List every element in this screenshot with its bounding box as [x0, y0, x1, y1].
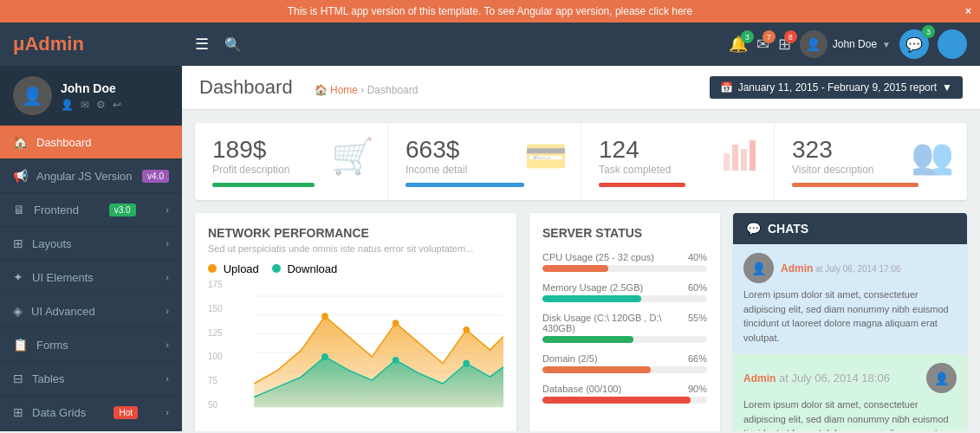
cart-icon: 🛒	[331, 136, 374, 177]
sidebar-item-layouts[interactable]: ⊞ Layouts ›	[0, 227, 182, 261]
user-logout-icon[interactable]: ↩	[113, 99, 121, 111]
svg-rect-3	[750, 140, 756, 171]
sidebar-label-tables: Tables	[32, 372, 65, 385]
user-profile-icon[interactable]: 👤	[61, 99, 74, 111]
stat-bar-visitors	[792, 183, 918, 187]
ui-advanced-icon: ◈	[13, 304, 23, 318]
cpu-bar-fill	[542, 265, 608, 272]
users-icon: 👥	[911, 136, 954, 177]
cpu-label: CPU Usage (25 - 32 cpus) 40%	[542, 252, 707, 262]
stat-bar-income	[406, 183, 524, 187]
chart-legend: Upload Download	[208, 262, 503, 275]
sidebar-item-pages[interactable]: 📄 Pages ›	[0, 430, 182, 431]
main-content: Dashboard 🏠 Home › Dashboard 📅 January 1…	[182, 66, 980, 431]
network-subtitle: Sed ut perspiciatis unde omnis iste natu…	[208, 243, 503, 254]
memory-bar-fill	[542, 295, 641, 302]
date-range-button[interactable]: 📅 January 11, 2015 - February 9, 2015 re…	[710, 76, 963, 99]
chat-text-1: Lorem ipsum dolor sit amet, consectetuer…	[743, 288, 957, 345]
domain-bar-fill	[542, 366, 651, 373]
stats-row: 189$ Profit description 🛒 663$ Income de…	[195, 123, 967, 200]
breadcrumb-home-link[interactable]: Home	[330, 84, 358, 96]
memory-bar-bg	[542, 295, 707, 302]
disk-value: 55%	[688, 313, 707, 333]
sidebar-item-forms[interactable]: 📋 Forms ›	[0, 328, 182, 362]
memory-value: 60%	[688, 282, 707, 293]
datagrids-icon: ⊞	[13, 405, 23, 419]
forms-icon: 📋	[13, 338, 28, 352]
sidebar-item-datagrids[interactable]: ⊞ Data Grids Hot ›	[0, 396, 182, 430]
chat-badge: 3	[922, 25, 935, 38]
sidebar-item-ui-elements[interactable]: ✦ UI Elements ›	[0, 261, 182, 294]
download-peak2-dot	[393, 357, 399, 364]
svg-rect-2	[741, 149, 747, 171]
upload-dot	[208, 264, 217, 273]
sidebar-item-frontend[interactable]: 🖥 Frontend v3.0 ›	[0, 193, 182, 227]
tasks-badge: 8	[784, 30, 797, 43]
disk-label: Disk Usage (C:\ 120GB , D:\ 430GB) 55%	[542, 313, 707, 333]
close-topbar-button[interactable]: ×	[965, 5, 971, 17]
menu-toggle-button[interactable]: ☰	[195, 35, 209, 54]
server-title: SERVER STATUS	[542, 226, 707, 240]
user-menu-button[interactable]: 👤 John Doe ▼	[800, 30, 891, 58]
user-mail-icon[interactable]: ✉	[81, 99, 89, 111]
sidebar-item-dashboard[interactable]: 🏠 Dashboard	[0, 126, 182, 159]
server-item-domain: Domain (2/5) 66%	[542, 353, 707, 373]
bell-badge: 3	[741, 30, 754, 43]
ui-elements-chevron-icon: ›	[165, 272, 169, 282]
sidebar-label-angularjs: Angular JS Version	[36, 170, 133, 183]
server-item-memory: Memory Usage (2.5GB) 60%	[542, 282, 707, 302]
notifications-bell-button[interactable]: 🔔 3	[729, 35, 748, 54]
database-value: 90%	[688, 384, 707, 394]
domain-label: Domain (2/5) 66%	[542, 353, 707, 364]
database-bar-bg	[542, 397, 707, 404]
chat-name-2: Admin at July 06, 2014 18:06	[743, 372, 919, 385]
download-dot	[272, 264, 281, 273]
notifications-tasks-button[interactable]: ⊞ 8	[778, 35, 791, 54]
domain-bar-bg	[542, 366, 707, 373]
date-dropdown-icon: ▼	[942, 81, 952, 94]
chat-msg-header-1: 👤 Admin at July 06, 2014 17:06	[743, 253, 957, 283]
brand-logo: μAdmin	[13, 33, 195, 55]
notifications-mail-button[interactable]: ✉ 7	[756, 35, 769, 54]
top-notification-bar: This is HTML app version of this templat…	[0, 0, 980, 23]
ui-advanced-chevron-icon: ›	[165, 306, 169, 316]
user-profile-button[interactable]	[938, 29, 967, 59]
sidebar-label-ui-advanced: UI Advanced	[31, 305, 95, 318]
dashboard-icon: 🏠	[13, 135, 28, 149]
sidebar-label-ui-elements: UI Elements	[32, 271, 94, 284]
chats-panel: 💬 CHATS 👤 Admin at July 06, 2014 17:06	[733, 213, 967, 431]
chat-message-2: Admin at July 06, 2014 18:06 👤 Lorem ips…	[733, 354, 967, 431]
chart-svg	[208, 280, 503, 427]
header: μAdmin ☰ 🔍 🔔 3 ✉ 7 ⊞ 8 👤 John Doe ▼ 💬 3	[0, 23, 980, 66]
payment-icon: 💳	[524, 136, 568, 177]
sidebar-item-tables[interactable]: ⊟ Tables ›	[0, 362, 182, 396]
header-username: John Doe	[833, 38, 877, 50]
ui-elements-icon: ✦	[13, 270, 23, 284]
breadcrumb-current: Dashboard	[367, 84, 419, 96]
legend-download: Download	[272, 262, 337, 275]
frontend-icon: 🖥	[13, 203, 25, 216]
sidebar-user-icons: 👤 ✉ ⚙ ↩	[61, 99, 121, 111]
sidebar: 👤 John Doe 👤 ✉ ⚙ ↩ 🏠 Dashboard 📢 Angular…	[0, 66, 182, 431]
top-bar-message: This is HTML app version of this templat…	[288, 5, 693, 17]
chat-meta-1: Admin at July 06, 2014 17:06	[781, 262, 901, 275]
sidebar-item-angularjs[interactable]: 📢 Angular JS Version v4.0	[0, 159, 182, 193]
cpu-value: 40%	[688, 252, 707, 262]
sidebar-item-ui-advanced[interactable]: ◈ UI Advanced ›	[0, 294, 182, 328]
calendar-icon: 📅	[720, 81, 733, 94]
page-header: Dashboard 🏠 Home › Dashboard 📅 January 1…	[182, 66, 980, 110]
upload-peak3-dot	[463, 326, 470, 333]
sidebar-label-dashboard: Dashboard	[36, 136, 92, 149]
chat-icon: 💬	[905, 36, 923, 53]
search-button[interactable]: 🔍	[224, 36, 242, 53]
database-label: Database (00/100) 90%	[542, 384, 707, 394]
memory-label: Memory Usage (2.5GB) 60%	[542, 282, 707, 293]
user-settings-icon[interactable]: ⚙	[96, 99, 106, 111]
sidebar-label-frontend: Frontend	[34, 204, 79, 216]
sidebar-user-info: John Doe 👤 ✉ ⚙ ↩	[61, 81, 121, 111]
network-panel: NETWORK PERFORMANCE Sed ut perspiciatis …	[195, 213, 516, 431]
domain-value: 66%	[688, 353, 707, 364]
breadcrumb: 🏠 Home › Dashboard	[315, 84, 419, 96]
chat-button[interactable]: 💬 3	[899, 29, 929, 59]
upload-peak2-dot	[393, 320, 399, 326]
